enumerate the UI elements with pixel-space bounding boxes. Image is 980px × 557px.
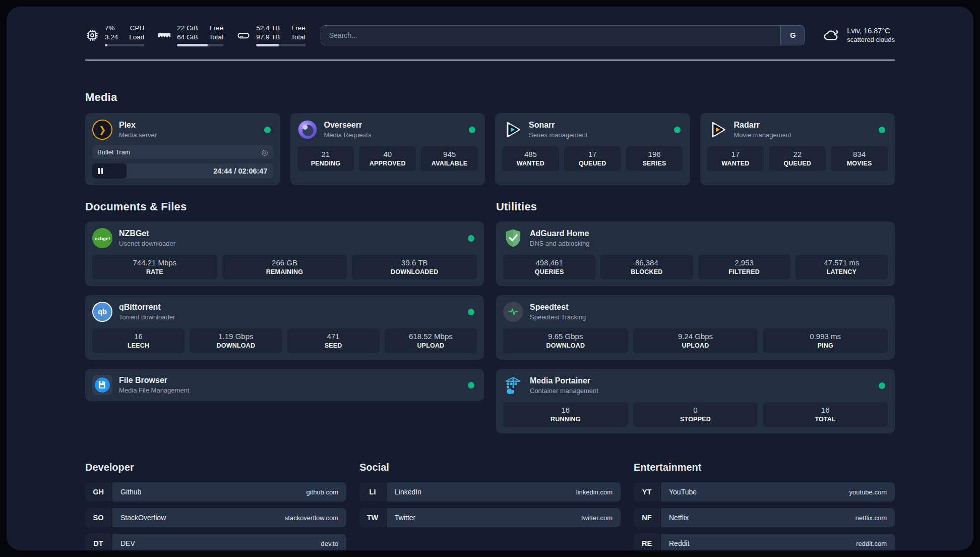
nzbget-icon: nzbget (92, 228, 112, 248)
qbittorrent-card[interactable]: qb qBittorrent Torrent downloader 16 LEE… (85, 295, 484, 360)
disk-total: 97.9 TB (256, 33, 280, 42)
stat-label: FILTERED (701, 268, 787, 275)
stat-queued: 17 QUEUED (564, 146, 621, 171)
stat-rate: 744.21 Mbps RATE (92, 255, 217, 280)
app-name: Sonarr (529, 121, 587, 130)
radarr-header: Radarr Movie management (707, 120, 888, 140)
filebrowser-card[interactable]: File Browser Media File Management (85, 369, 484, 401)
github-badge: GH (85, 482, 111, 502)
app-name: Speedtest (530, 303, 586, 312)
link-url: reddit.com (856, 540, 887, 547)
stat-value: 9.65 Gbps (506, 332, 625, 341)
stat-value: 1.19 Gbps (193, 332, 279, 341)
adguard-stats: 498,461 QUERIES 86,384 BLOCKED 2,953 FIL… (503, 255, 888, 280)
dashboard-panel: 7% 3.24 CPU Load (7, 7, 973, 550)
playback-progress-bar[interactable]: 24:44 / 02:06:47 (92, 163, 273, 179)
pause-icon[interactable] (98, 168, 103, 174)
radarr-icon (707, 120, 727, 140)
stat-value: 618.52 Mbps (388, 332, 474, 341)
netflix-badge: NF (634, 508, 660, 527)
stat-value: 39.6 TB (355, 258, 474, 267)
link-github[interactable]: GH Github github.com (85, 482, 346, 502)
stream-session-icon: ◎ (261, 148, 268, 156)
stat-queued: 22 QUEUED (769, 146, 826, 171)
link-bar: StackOverflow stackoverflow.com (112, 508, 346, 527)
link-linkedin[interactable]: LI LinkedIn linkedin.com (359, 482, 621, 502)
speedtest-icon (503, 302, 523, 322)
utilities-cards: AdGuard Home DNS and adblocking 498,461 … (496, 221, 895, 433)
speedtest-stats: 9.65 Gbps DOWNLOAD 9.24 Gbps UPLOAD 0.99… (503, 328, 888, 353)
entertainment-links-section: Entertainment YT YouTube youtube.com NF … (634, 462, 895, 550)
app-subtitle: Container management (530, 387, 598, 395)
adguard-icon (503, 228, 523, 248)
disk-label-1: Free (291, 24, 305, 33)
stat-approved: 40 APPROVED (359, 146, 416, 171)
app-name: AdGuard Home (530, 229, 590, 238)
weather-location-temp: Lviv, 16.87°C (847, 27, 895, 35)
link-url: twitter.com (581, 514, 612, 522)
status-online-dot (468, 235, 474, 242)
sonarr-titles: Sonarr Series management (529, 121, 587, 139)
stat-value: 16 (766, 406, 885, 414)
radarr-card[interactable]: Radarr Movie management 17 WANTED 22 QUE… (700, 113, 895, 185)
portainer-titles: Media Portainer Container management (530, 376, 598, 395)
plex-titles: Plex Media server (119, 121, 157, 139)
playback-time: 24:44 / 02:06:47 (213, 167, 273, 175)
plex-card[interactable]: ❯ Plex Media server Bullet Train ◎ 24:44… (85, 113, 280, 185)
stat-value: 17 (567, 150, 618, 158)
stat-label: SERIES (629, 160, 680, 167)
link-reddit[interactable]: RE Reddit reddit.com (634, 534, 895, 550)
stat-queries: 498,461 QUERIES (503, 255, 595, 280)
stat-label: PENDING (300, 160, 351, 167)
radarr-stats: 17 WANTED 22 QUEUED 834 MOVIES (707, 146, 888, 171)
stat-available: 945 AVAILABLE (421, 146, 478, 171)
qbittorrent-header: qb qBittorrent Torrent downloader (92, 302, 477, 322)
speedtest-card[interactable]: Speedtest Speedtest Tracking 9.65 Gbps D… (496, 295, 895, 360)
link-youtube[interactable]: YT YouTube youtube.com (634, 482, 895, 502)
app-name: Plex (119, 121, 157, 130)
qbittorrent-icon: qb (92, 302, 112, 322)
link-netflix[interactable]: NF Netflix netflix.com (634, 508, 895, 527)
search-input[interactable] (321, 26, 781, 45)
app-name: Radarr (734, 121, 791, 130)
stat-label: STOPPED (636, 416, 755, 423)
nzbget-stats: 744.21 Mbps RATE 266 GB REMAINING 39.6 T… (92, 255, 477, 280)
app-subtitle: Media File Management (119, 386, 189, 394)
sonarr-card[interactable]: Sonarr Series management 485 WANTED 17 Q… (495, 113, 690, 185)
nzbget-card[interactable]: nzbget NZBGet Usenet downloader 744.21 M… (85, 221, 484, 286)
link-bar: Netflix netflix.com (661, 508, 895, 527)
stat-downloaded: 39.6 TB DOWNLOADED (352, 255, 477, 280)
link-stackoverflow[interactable]: SO StackOverflow stackoverflow.com (85, 508, 346, 527)
link-dev-to[interactable]: DT DEV dev.to (85, 534, 346, 550)
stackoverflow-badge: SO (85, 508, 111, 527)
link-bar: DEV dev.to (112, 534, 346, 550)
ram-label-1: Free (209, 24, 224, 33)
app-subtitle: Media Requests (324, 131, 372, 139)
system-stats: 7% 3.24 CPU Load (85, 24, 305, 46)
dev-to-badge: DT (85, 534, 111, 550)
link-twitter[interactable]: TW Twitter twitter.com (359, 508, 621, 527)
ram-progress-bar (177, 44, 223, 46)
linkedin-badge: LI (359, 482, 386, 502)
link-url: youtube.com (849, 488, 887, 496)
stat-wanted: 17 WANTED (707, 146, 764, 171)
link-url: netflix.com (855, 514, 887, 522)
stat-label: RATE (95, 268, 214, 275)
status-online-dot (469, 127, 475, 133)
stat-value: 47.571 ms (799, 258, 885, 267)
search-engine-button[interactable]: G (780, 26, 805, 45)
adguard-card[interactable]: AdGuard Home DNS and adblocking 498,461 … (496, 221, 895, 286)
documents-section-title: Documents & Files (85, 200, 484, 213)
stat-total: 16 TOTAL (763, 402, 888, 427)
link-url: github.com (306, 488, 338, 496)
cpu-values: 7% 3.24 (105, 24, 118, 41)
overseerr-card[interactable]: Overseerr Media Requests 21 PENDING 40 A… (290, 113, 485, 185)
overseerr-stats: 21 PENDING 40 APPROVED 945 AVAILABLE (297, 146, 478, 171)
utilities-section: Utilities AdGuard Home (496, 200, 895, 433)
disk-label-2: Total (291, 33, 305, 42)
stat-latency: 47.571 ms LATENCY (795, 255, 888, 280)
stat-label: QUEUED (567, 160, 618, 167)
portainer-card[interactable]: Media Portainer Container management 16 … (496, 369, 895, 433)
stat-label: APPROVED (362, 160, 413, 167)
speedtest-header: Speedtest Speedtest Tracking (503, 302, 888, 322)
